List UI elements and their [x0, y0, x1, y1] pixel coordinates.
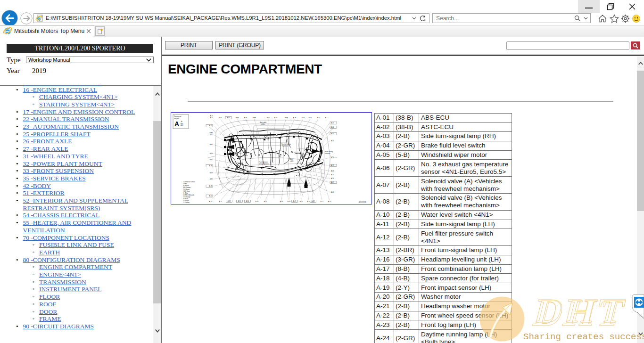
svg-text:harness: harness: [325, 153, 330, 155]
svg-text:A-34: A-34: [280, 201, 283, 203]
svg-text:cable: cable: [290, 160, 294, 162]
svg-text:A-36: A-36: [288, 201, 291, 203]
svg-text:A-73: A-73: [331, 164, 334, 166]
svg-text:A-12: A-12: [325, 117, 329, 119]
svg-text:A-26: A-26: [331, 170, 334, 172]
svg-text:A-33: A-33: [210, 153, 213, 155]
svg-text:A-48: A-48: [312, 200, 315, 202]
svg-text:A-43: A-43: [302, 117, 305, 119]
svg-text:A-10: A-10: [309, 117, 312, 119]
svg-text:Y: Yellow: Y: Yellow: [183, 202, 190, 204]
svg-text:A-49: A-49: [293, 200, 297, 202]
svg-text:A-25: A-25: [331, 174, 334, 176]
svg-text:A53: A53: [181, 124, 183, 126]
svg-text:A-42: A-42: [209, 125, 213, 127]
svg-text:A-52: A-52: [228, 200, 231, 202]
svg-text:A-07: A-07: [267, 117, 270, 119]
svg-text:A-18: A-18: [331, 157, 334, 159]
svg-text:A-30: A-30: [328, 201, 331, 203]
svg-text:A-41: A-41: [210, 134, 213, 136]
svg-text:A-47: A-47: [331, 181, 334, 183]
svg-text:A-19: A-19: [331, 178, 334, 180]
svg-text:A-03: A-03: [219, 117, 222, 119]
svg-text:A-17: A-17: [331, 133, 334, 135]
svg-text:A-53: A-53: [209, 195, 213, 197]
svg-text:A-50: A-50: [246, 200, 249, 202]
svg-text:A-09: A-09: [285, 117, 288, 119]
svg-text:A-21: A-21: [321, 201, 324, 203]
svg-text:A-33: A-33: [209, 201, 213, 203]
svg-text:A-43: A-43: [293, 117, 297, 119]
svg-text:A-15: A-15: [331, 140, 334, 142]
svg-text:A-38: A-38: [209, 165, 213, 167]
svg-text:A-44: A-44: [331, 126, 334, 128]
svg-text:A-20: A-20: [300, 201, 303, 203]
svg-text:A: A: [174, 120, 179, 128]
svg-text:A-61: A-61: [244, 117, 248, 119]
svg-text:A-64: A-64: [253, 117, 256, 119]
svg-text:AC801867AB: AC801867AB: [359, 201, 366, 203]
svg-text:A-08: A-08: [274, 117, 278, 119]
svg-text:A-31: A-31: [219, 201, 223, 203]
svg-text:symbol: symbol: [174, 117, 179, 119]
svg-text:A-35: A-35: [209, 185, 213, 187]
svg-text:harness: harness: [282, 145, 288, 147]
svg-text:A-32: A-32: [210, 178, 213, 180]
svg-text:wiring harness: wiring harness: [259, 163, 269, 165]
svg-text:A-45: A-45: [331, 122, 334, 124]
svg-text:A-46: A-46: [331, 191, 334, 193]
svg-text:A-02: A-02: [210, 117, 214, 119]
svg-text:<65D>: <65D>: [261, 123, 265, 125]
svg-text:A-11: A-11: [317, 117, 320, 119]
svg-text:A-28: A-28: [210, 172, 213, 174]
svg-text:A-37: A-37: [264, 201, 267, 203]
svg-text:A-40: A-40: [210, 144, 213, 146]
svg-text:A-06: A-06: [236, 117, 239, 119]
svg-text:A-51: A-51: [238, 200, 241, 202]
svg-text:A-39: A-39: [256, 201, 259, 203]
svg-text:A-05: A-05: [227, 117, 230, 119]
svg-text:A-37: A-37: [210, 159, 213, 161]
